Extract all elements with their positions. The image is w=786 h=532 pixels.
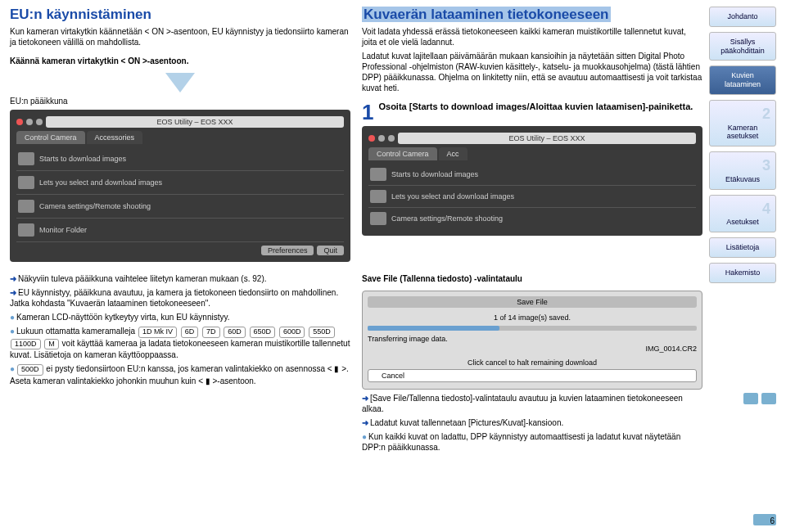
result-2: ➜Ladatut kuvat tallennetaan [Pictures/Ku…: [362, 417, 702, 428]
dialog-filename: IMG_0014.CR2: [368, 344, 697, 354]
bullet-icon: ●: [10, 313, 15, 322]
left-title: EU:n käynnistäminen: [10, 7, 350, 23]
left-intro: Kun kameran virtakytkin käännetään < ON …: [10, 26, 350, 47]
panel-label: EU:n pääikkuna: [10, 96, 350, 106]
dialog-title: Save File: [368, 296, 697, 308]
select-icon: [370, 190, 386, 203]
row-settings-2[interactable]: Camera settings/Remote shooting: [368, 208, 696, 229]
row-download-2-label: Starts to download images: [391, 170, 478, 178]
model-badge: 1D Mk IV: [138, 327, 177, 338]
camera-icon: [370, 212, 386, 225]
sidebar-item-lisatietoja[interactable]: Lisätietoja: [709, 237, 776, 258]
camera-icon: [18, 200, 34, 213]
quit-button[interactable]: Quit: [317, 246, 344, 255]
model-badge: 1100D: [11, 339, 41, 350]
section-num-2: 2: [713, 106, 772, 124]
row-settings-label: Camera settings/Remote shooting: [39, 202, 151, 210]
row-settings[interactable]: Camera settings/Remote shooting: [16, 195, 344, 219]
preferences-button[interactable]: Preferences: [261, 246, 314, 255]
page-number: 6: [770, 516, 775, 525]
arrow-right-icon: ➜: [10, 288, 16, 297]
arrow-right-icon: ➜: [10, 274, 16, 283]
sidebar-item-sisallys[interactable]: Sisällys pääkohdittain: [709, 32, 776, 61]
cancel-button[interactable]: Cancel: [368, 369, 697, 382]
sidebar-item-asetukset[interactable]: 4Asetukset: [709, 195, 776, 232]
row-select-2-label: Lets you select and download images: [391, 192, 514, 201]
sidebar-item-johdanto[interactable]: Johdanto: [709, 7, 776, 27]
model-badge: 7D: [202, 327, 220, 338]
section-num-3: 3: [713, 157, 772, 175]
right-p1: Voit ladata yhdessä erässä tietokoneesee…: [362, 26, 702, 47]
model-badge: 650D: [250, 327, 276, 338]
model-badge: M: [44, 339, 59, 350]
panel-title: EOS Utility – EOS XXX: [46, 116, 344, 128]
sidebar-item-kameran-asetukset[interactable]: 2Kameran asetukset: [709, 100, 776, 147]
bullet-icon: ●: [362, 432, 367, 441]
dialog-hint: Click cancel to halt remaining download: [368, 358, 697, 367]
row-monitor-label: Monitor Folder: [39, 226, 87, 234]
row-download[interactable]: Starts to download images: [16, 147, 344, 171]
row-select[interactable]: Lets you select and download images: [16, 171, 344, 195]
row-settings-2-label: Camera settings/Remote shooting: [391, 214, 503, 223]
eu-step-panel: EOS Utility – EOS XXX Control Camera Acc…: [362, 126, 702, 236]
panel-title-2: EOS Utility – EOS XXX: [398, 133, 696, 144]
zoom-icon: [388, 135, 395, 142]
min-icon: [26, 119, 33, 125]
download-icon: [18, 152, 34, 165]
right-title: Kuvaerän lataaminen tietokoneeseen: [362, 7, 702, 23]
bullet-icon: ●: [10, 364, 15, 373]
sidebar-item-etakuvaus[interactable]: 3Etäkuvaus: [709, 151, 776, 189]
nav-prev-button[interactable]: [743, 393, 758, 404]
row-monitor[interactable]: Monitor Folder: [16, 219, 344, 242]
right-title-text: Kuvaerän lataaminen tietokoneeseen: [362, 7, 611, 22]
save-file-dialog: Save File 1 of 14 image(s) saved. Transf…: [362, 291, 702, 390]
dialog-count: 1 of 14 image(s) saved.: [368, 313, 697, 322]
result-1: ➜[Save File/Tallenna tiedosto]-valintata…: [362, 393, 702, 414]
arrow-right-icon: ➜: [362, 418, 368, 427]
bullet-icon: ●: [10, 327, 15, 336]
download-icon: [370, 168, 386, 181]
tab-accessories-2[interactable]: Acc: [439, 147, 468, 160]
arrow-down-icon: [165, 73, 195, 92]
sidebar-item-kuvien-lataaminen[interactable]: Kuvien lataaminen: [709, 65, 776, 95]
arrow-right-icon: ➜: [362, 394, 368, 403]
close-icon: [368, 135, 375, 142]
model-badge-500d: 500D: [17, 364, 43, 376]
dialog-transfer: Transferring image data.: [368, 334, 697, 344]
model-badge: 60D: [224, 327, 246, 338]
row-select-2[interactable]: Lets you select and download images: [368, 186, 696, 208]
note-5: ●500D ei pysty tiedonsiirtoon EU:n kanss…: [10, 363, 350, 386]
zoom-icon: [36, 119, 43, 125]
note-4: ●Lukuun ottamatta kameramalleja 1D Mk IV…: [10, 326, 350, 360]
right-p2: Ladatut kuvat lajitellaan päivämäärän mu…: [362, 51, 702, 93]
tab-control-camera-2[interactable]: Control Camera: [368, 147, 437, 160]
select-icon: [18, 176, 34, 189]
note-2: ➜EU käynnistyy, pääikkuna avautuu, ja ka…: [10, 287, 350, 309]
step-1-number: 1: [362, 101, 373, 123]
row-select-label: Lets you select and download images: [39, 178, 162, 187]
row-download-2[interactable]: Starts to download images: [368, 164, 696, 186]
row-download-label: Starts to download images: [39, 155, 126, 163]
model-badge: 600D: [279, 327, 305, 338]
section-num-4: 4: [713, 201, 772, 219]
folder-icon: [18, 223, 34, 237]
nav-next-button[interactable]: [761, 393, 776, 404]
note-1: ➜Näkyviin tuleva pääikkuna vaihtelee lii…: [10, 273, 350, 284]
sidebar-nav: Johdanto Sisällys pääkohdittain Kuvien l…: [702, 7, 776, 525]
save-dialog-label: Save File (Tallenna tiedosto) -valintata…: [362, 273, 702, 284]
step-1-text: Osoita [Starts to download images/Aloitt…: [378, 101, 693, 123]
min-icon: [378, 135, 385, 142]
eu-main-panel: EOS Utility – EOS XXX Control Camera Acc…: [10, 110, 350, 262]
close-icon: [16, 119, 23, 125]
model-badge: 550D: [309, 327, 335, 338]
tab-control-camera[interactable]: Control Camera: [16, 131, 85, 144]
left-step: Käännä kameran virtakytkin < ON >-asento…: [10, 56, 350, 66]
sidebar-item-hakemisto[interactable]: Hakemisto: [709, 263, 776, 283]
result-3: ●Kun kaikki kuvat on ladattu, DPP käynni…: [362, 431, 702, 453]
model-badge: 6D: [181, 327, 199, 338]
tab-accessories[interactable]: Accessories: [87, 131, 143, 144]
note-3: ●Kameran LCD-näyttöön kytkeytyy virta, k…: [10, 312, 350, 322]
progress-bar: [368, 326, 697, 331]
